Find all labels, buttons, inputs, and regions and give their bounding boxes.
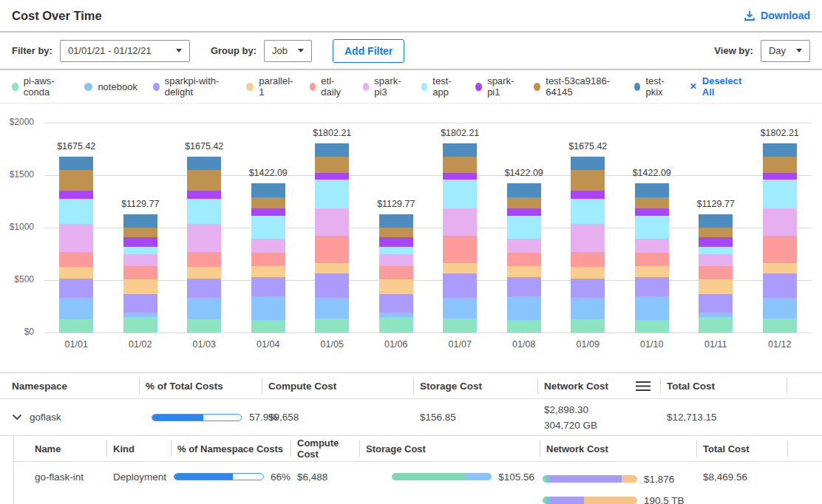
download-button[interactable]: Download	[744, 10, 810, 21]
bar-segment-notebook[interactable]	[763, 298, 797, 319]
col-header-storage[interactable]: Storage Cost	[413, 373, 537, 398]
bar-segment-parallel-1[interactable]	[315, 263, 349, 274]
subcol-header-storage[interactable]: Storage Cost	[359, 436, 540, 461]
bar-segment-notebook[interactable]	[251, 296, 285, 319]
table-row-goflask[interactable]: goflask 57.9% $9,658 $156.85 $2,898.30 3…	[0, 399, 822, 436]
bar-segment-test-pkix[interactable]	[59, 157, 93, 170]
legend-item-test-53ca9186-64145[interactable]: test-53ca9186-64145	[534, 75, 618, 98]
bar-segment-spark-pi1[interactable]	[315, 173, 349, 180]
stacked-bar[interactable]	[443, 143, 477, 333]
bar-segment-test-pkix[interactable]	[315, 143, 349, 157]
add-filter-button[interactable]: Add Filter	[333, 39, 404, 63]
bar-segment-etl-daily[interactable]	[443, 236, 477, 263]
column-menu-icon[interactable]	[635, 381, 651, 392]
bar-segment-test-pkix[interactable]	[635, 183, 669, 197]
stacked-bar[interactable]	[571, 157, 605, 333]
bar-segment-notebook[interactable]	[59, 298, 93, 319]
bar-segment-sparkpi-with-delight[interactable]	[443, 273, 477, 298]
bar-segment-spark-pi1[interactable]	[571, 191, 605, 198]
bar-segment-test-app[interactable]	[123, 247, 157, 253]
bar-segment-etl-daily[interactable]	[315, 236, 349, 263]
bar-segment-parallel-1[interactable]	[251, 266, 285, 277]
bar-segment-sparkpi-with-delight[interactable]	[315, 273, 349, 298]
bar-segment-test-app[interactable]	[187, 199, 221, 225]
subcol-header-name[interactable]: Name	[14, 436, 106, 461]
col-header-compute[interactable]: Compute Cost	[262, 373, 413, 398]
view-by-select[interactable]: Day	[761, 40, 810, 62]
bar-segment-etl-daily[interactable]	[571, 252, 605, 267]
stacked-bar[interactable]	[187, 157, 221, 333]
bar-segment-spark-pi1[interactable]	[187, 191, 221, 198]
bar-segment-notebook[interactable]	[443, 298, 477, 319]
bar-segment-test-pkix[interactable]	[123, 214, 157, 228]
bar-segment-pi-aws-conda[interactable]	[379, 317, 413, 333]
bar-segment-parallel-1[interactable]	[507, 266, 541, 277]
table-row-go-flask-int[interactable]: go-flask-int Deployment 66% $6,488 $105.…	[14, 462, 822, 504]
bar-segment-pi-aws-conda[interactable]	[187, 319, 221, 333]
bar-segment-sparkpi-with-delight[interactable]	[763, 273, 797, 298]
bar-segment-test-53ca9186-64145[interactable]	[379, 228, 413, 236]
bar-segment-etl-daily[interactable]	[635, 253, 669, 266]
bar-segment-pi-aws-conda[interactable]	[571, 319, 605, 333]
bar-segment-etl-daily[interactable]	[379, 266, 413, 280]
bar-segment-test-53ca9186-64145[interactable]	[59, 170, 93, 191]
bar-segment-parallel-1[interactable]	[59, 267, 93, 279]
bar-segment-spark-pi1[interactable]	[763, 173, 797, 180]
bar-segment-spark-pi3[interactable]	[59, 224, 93, 252]
legend-item-spark-pi3[interactable]: spark-pi3	[363, 75, 406, 98]
stacked-bar[interactable]	[315, 143, 349, 333]
bar-segment-test-53ca9186-64145[interactable]	[763, 157, 797, 173]
bar-segment-spark-pi1[interactable]	[123, 237, 157, 247]
bar-segment-notebook[interactable]	[571, 298, 605, 319]
stacked-bar[interactable]	[699, 214, 733, 333]
bar-segment-test-53ca9186-64145[interactable]	[571, 170, 605, 191]
bar-segment-test-app[interactable]	[699, 247, 733, 253]
bar-segment-spark-pi1[interactable]	[635, 208, 669, 216]
bar-segment-parallel-1[interactable]	[443, 263, 477, 274]
bar-segment-notebook[interactable]	[187, 298, 221, 319]
bar-segment-pi-aws-conda[interactable]	[443, 319, 477, 332]
bar-segment-test-pkix[interactable]	[507, 183, 541, 197]
bar-segment-pi-aws-conda[interactable]	[763, 319, 797, 332]
bar-segment-sparkpi-with-delight[interactable]	[699, 294, 733, 313]
subcol-header-compute[interactable]: Compute Cost	[291, 436, 359, 461]
bar-segment-test-pkix[interactable]	[187, 157, 221, 170]
bar-segment-spark-pi1[interactable]	[59, 191, 93, 198]
bar-segment-parallel-1[interactable]	[187, 267, 221, 279]
bar-segment-parallel-1[interactable]	[763, 263, 797, 274]
bar-segment-notebook[interactable]	[635, 296, 669, 319]
col-header-total[interactable]: Total Cost	[660, 373, 787, 398]
bar-segment-sparkpi-with-delight[interactable]	[187, 279, 221, 299]
bar-segment-test-app[interactable]	[443, 180, 477, 208]
bar-segment-spark-pi3[interactable]	[187, 224, 221, 252]
bar-segment-test-app[interactable]	[571, 199, 605, 225]
bar-segment-spark-pi1[interactable]	[379, 237, 413, 247]
bar-segment-parallel-1[interactable]	[571, 267, 605, 279]
bar-segment-pi-aws-conda[interactable]	[699, 317, 733, 333]
bar-segment-notebook[interactable]	[315, 298, 349, 319]
bar-segment-spark-pi3[interactable]	[635, 239, 669, 253]
bar-segment-etl-daily[interactable]	[699, 266, 733, 280]
stacked-bar[interactable]	[763, 143, 797, 333]
bar-segment-pi-aws-conda[interactable]	[635, 320, 669, 333]
bar-segment-test-53ca9186-64145[interactable]	[507, 197, 541, 208]
bar-segment-test-pkix[interactable]	[379, 214, 413, 228]
bar-segment-parallel-1[interactable]	[635, 266, 669, 277]
bar-segment-spark-pi3[interactable]	[571, 224, 605, 252]
bar-segment-sparkpi-with-delight[interactable]	[507, 277, 541, 296]
bar-segment-sparkpi-with-delight[interactable]	[123, 294, 157, 313]
subcol-header-network[interactable]: Network Cost	[540, 436, 696, 461]
date-range-select[interactable]: 01/01/21 - 01/12/21	[60, 40, 190, 62]
bar-segment-spark-pi3[interactable]	[507, 239, 541, 253]
bar-segment-test-app[interactable]	[59, 199, 93, 225]
bar-segment-test-53ca9186-64145[interactable]	[187, 170, 221, 191]
bar-segment-test-app[interactable]	[635, 216, 669, 239]
subcol-header-total[interactable]: Total Cost	[696, 436, 787, 461]
bar-segment-test-pkix[interactable]	[763, 143, 797, 157]
stacked-bar[interactable]	[507, 183, 541, 333]
bar-segment-pi-aws-conda[interactable]	[59, 319, 93, 333]
bar-segment-pi-aws-conda[interactable]	[315, 319, 349, 332]
bar-segment-spark-pi1[interactable]	[443, 173, 477, 180]
bar-segment-test-pkix[interactable]	[571, 157, 605, 170]
bar-segment-test-app[interactable]	[379, 247, 413, 253]
